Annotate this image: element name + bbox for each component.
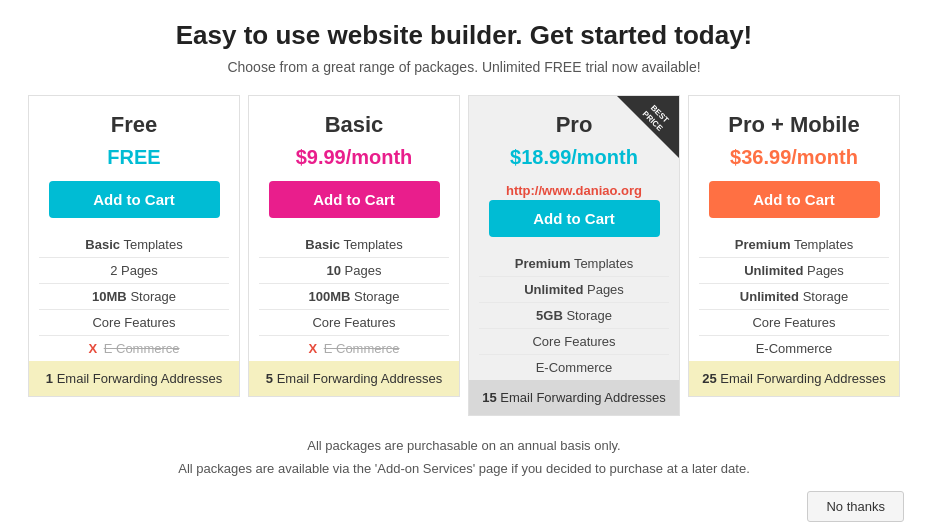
feature-item-promobile-1: Unlimited Pages [699,257,889,283]
features-list-free: Basic Templates2 Pages10MB StorageCore F… [39,232,229,361]
email-forwarding-free: 1 Email Forwarding Addresses [29,361,239,396]
feature-item-basic-2: 100MB Storage [259,283,449,309]
feature-item-basic-1: 10 Pages [259,257,449,283]
feature-item-pro-0: Premium Templates [479,251,669,276]
feature-item-promobile-3: Core Features [699,309,889,335]
feature-item-basic-0: Basic Templates [259,232,449,257]
add-to-cart-pro[interactable]: Add to Cart [489,200,660,237]
no-thanks-row: No thanks [24,491,904,522]
page-title: Easy to use website builder. Get started… [176,20,753,51]
feature-item-promobile-0: Premium Templates [699,232,889,257]
plan-promobile: Pro + Mobile$36.99/monthAdd to CartPremi… [688,95,900,397]
feature-item-free-2: 10MB Storage [39,283,229,309]
watermark: http://www.daniao.org [506,181,642,200]
plan-name-promobile: Pro + Mobile [728,112,859,138]
plan-name-free: Free [111,112,157,138]
feature-item-free-0: Basic Templates [39,232,229,257]
feature-item-pro-3: Core Features [479,328,669,354]
feature-item-pro-1: Unlimited Pages [479,276,669,302]
add-to-cart-promobile[interactable]: Add to Cart [709,181,880,218]
add-to-cart-free[interactable]: Add to Cart [49,181,220,218]
email-forwarding-basic: 5 Email Forwarding Addresses [249,361,459,396]
email-forwarding-promobile: 25 Email Forwarding Addresses [689,361,899,396]
plan-pro: BEST PRICEPro$18.99/monthhttp://www.dani… [468,95,680,416]
features-list-promobile: Premium TemplatesUnlimited PagesUnlimite… [699,232,889,361]
feature-item-promobile-2: Unlimited Storage [699,283,889,309]
feature-item-pro-2: 5GB Storage [479,302,669,328]
footer-notes: All packages are purchasable on an annua… [178,434,750,481]
feature-item-basic-4: X E Commerce [259,335,449,361]
plan-price-promobile: $36.99/month [730,146,858,169]
no-thanks-button[interactable]: No thanks [807,491,904,522]
feature-item-pro-4: E-Commerce [479,354,669,380]
page-subtitle: Choose from a great range of packages. U… [227,59,700,75]
feature-item-promobile-4: E-Commerce [699,335,889,361]
plan-free: FreeFREEAdd to CartBasic Templates2 Page… [28,95,240,397]
plan-name-pro: Pro [556,112,593,138]
plan-basic: Basic$9.99/monthAdd to CartBasic Templat… [248,95,460,397]
feature-item-free-3: Core Features [39,309,229,335]
feature-item-free-4: X E Commerce [39,335,229,361]
footer-note2: All packages are available via the 'Add-… [178,457,750,480]
plan-price-basic: $9.99/month [296,146,413,169]
features-list-basic: Basic Templates10 Pages100MB StorageCore… [259,232,449,361]
add-to-cart-basic[interactable]: Add to Cart [269,181,440,218]
plan-price-free: FREE [107,146,160,169]
footer-note1: All packages are purchasable on an annua… [178,434,750,457]
plan-name-basic: Basic [325,112,384,138]
feature-item-basic-3: Core Features [259,309,449,335]
plans-container: FreeFREEAdd to CartBasic Templates2 Page… [24,95,904,416]
feature-item-free-1: 2 Pages [39,257,229,283]
features-list-pro: Premium TemplatesUnlimited Pages5GB Stor… [479,251,669,380]
email-forwarding-pro: 15 Email Forwarding Addresses [469,380,679,415]
